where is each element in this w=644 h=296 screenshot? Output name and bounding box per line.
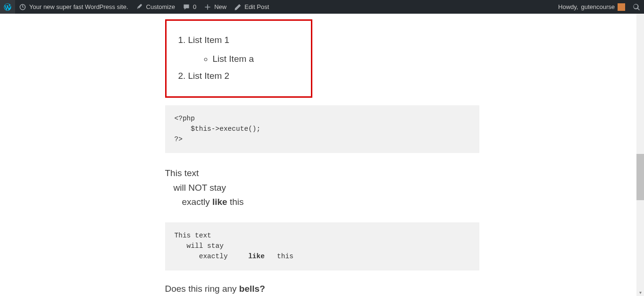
avatar [618, 3, 625, 11]
list-item: List Item a [213, 54, 300, 64]
para-text: exactly [182, 197, 212, 207]
final-paragraph: Does this ring any bells? [165, 284, 479, 294]
ordered-list: List Item 1 List Item a List Item 2 [178, 35, 300, 81]
comments-link[interactable]: 0 [179, 0, 200, 14]
brush-icon [136, 3, 143, 11]
wordpress-icon [4, 3, 11, 11]
admin-bar-right: Howdy, gutencourse [554, 0, 644, 14]
user-account-menu[interactable]: Howdy, gutencourse [554, 0, 629, 14]
para-text: Does this ring any [165, 284, 239, 294]
search-toggle[interactable] [629, 0, 644, 14]
para-line: exactly like this [165, 195, 479, 209]
para-text: this [230, 197, 244, 207]
user-name: gutencourse [581, 3, 615, 10]
wp-admin-bar: Your new super fast WordPress site. Cust… [0, 0, 644, 14]
comment-count: 0 [193, 3, 196, 10]
list-item-text: List Item 2 [188, 71, 230, 81]
wp-logo-menu[interactable] [0, 0, 15, 14]
dashboard-icon [19, 3, 26, 11]
customize-text: Customize [146, 3, 175, 10]
scroll-down-arrow[interactable]: ▾ [636, 288, 644, 296]
new-content-link[interactable]: New [200, 0, 230, 14]
post-body: List Item 1 List Item a List Item 2 <?ph… [165, 14, 479, 294]
site-name-menu[interactable]: Your new super fast WordPress site. [15, 0, 132, 14]
list-item-text: List Item 1 [188, 35, 230, 45]
edit-post-text: Edit Post [244, 3, 269, 10]
comment-icon [183, 3, 190, 11]
search-icon [633, 3, 640, 11]
edit-post-link[interactable]: Edit Post [230, 0, 273, 14]
list-item-text: List Item a [213, 54, 254, 64]
nested-list: List Item a [188, 54, 300, 64]
list-item: List Item 1 List Item a [188, 35, 300, 64]
page-content: List Item 1 List Item a List Item 2 <?ph… [0, 14, 644, 294]
preformatted-block: This text will stay exactly like this [165, 222, 479, 270]
site-title-text: Your new super fast WordPress site. [29, 3, 128, 10]
collapsed-whitespace-paragraph: This text will NOT stay exactly like thi… [165, 166, 479, 209]
howdy-prefix: Howdy, [558, 3, 578, 10]
bold-text: like [248, 253, 265, 260]
plus-icon [204, 3, 211, 11]
new-text: New [214, 3, 226, 10]
scrollbar-thumb[interactable] [636, 154, 644, 200]
para-line: This text [165, 168, 199, 178]
admin-bar-left: Your new super fast WordPress site. Cust… [0, 0, 273, 14]
list-item: List Item 2 [188, 71, 300, 81]
php-code-block: <?php $this->execute(); ?> [165, 105, 479, 153]
pre-text: This text will stay exactly [175, 232, 249, 260]
customize-link[interactable]: Customize [132, 0, 179, 14]
highlighted-list-box: List Item 1 List Item a List Item 2 [165, 19, 312, 98]
vertical-scrollbar[interactable]: ▴ ▾ [636, 0, 644, 296]
pencil-icon [234, 3, 242, 11]
bold-text: like [212, 197, 227, 207]
pre-text: this [265, 253, 293, 260]
para-line: will NOT stay [165, 181, 479, 195]
bold-text: bells? [239, 284, 265, 294]
